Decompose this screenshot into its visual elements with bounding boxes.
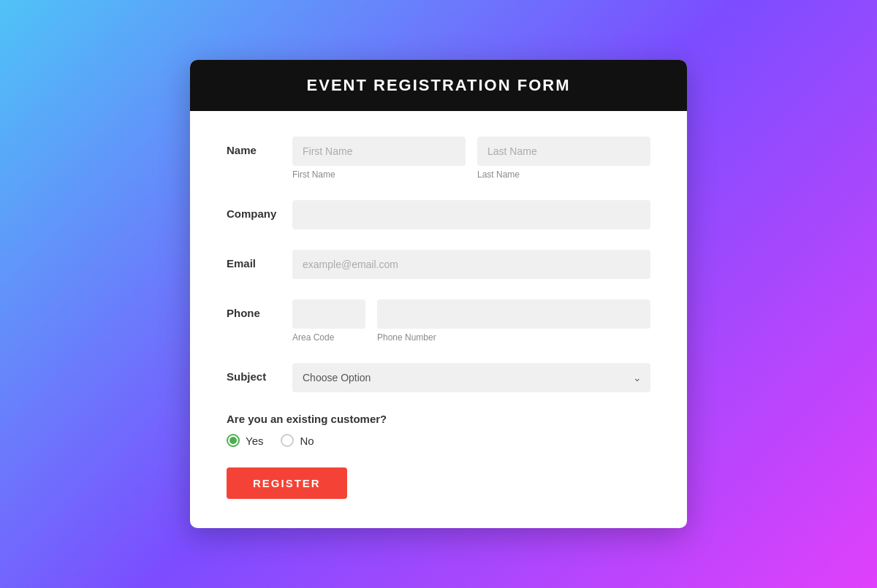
name-label: Name (227, 137, 292, 156)
name-row: Name First Name Last Name (227, 137, 650, 180)
phone-fields: Area Code Phone Number (292, 299, 650, 343)
radio-group: Yes No (227, 434, 650, 447)
last-name-input[interactable] (477, 137, 650, 166)
subject-row: Subject Choose Option General Inquiry Su… (227, 363, 650, 392)
no-option[interactable]: No (281, 434, 314, 447)
subject-label: Subject (227, 363, 292, 383)
email-row: Email (227, 250, 650, 279)
area-code-sub-label: Area Code (292, 332, 365, 343)
email-input[interactable] (292, 250, 650, 279)
no-label: No (300, 435, 314, 447)
company-row: Company (227, 200, 650, 229)
first-name-sub-label: First Name (292, 169, 466, 180)
phone-label: Phone (227, 299, 292, 319)
customer-section: Are you an existing customer? Yes No (227, 413, 650, 447)
yes-option[interactable]: Yes (227, 434, 263, 447)
subject-select-wrapper: Choose Option General Inquiry Support Sa… (292, 363, 650, 392)
company-fields (292, 200, 650, 229)
area-code-group: Area Code (292, 299, 365, 343)
phone-number-sub-label: Phone Number (377, 332, 650, 343)
company-input[interactable] (292, 200, 650, 229)
last-name-sub-label: Last Name (477, 169, 650, 180)
phone-number-group: Phone Number (377, 299, 650, 343)
subject-select[interactable]: Choose Option General Inquiry Support Sa… (292, 363, 650, 392)
form-header: EVENT REGISTRATION FORM (190, 60, 687, 111)
first-name-group: First Name (292, 137, 466, 180)
form-body: Name First Name Last Name Company (190, 111, 687, 528)
name-fields: First Name Last Name (292, 137, 650, 180)
phone-number-input[interactable] (377, 299, 650, 329)
email-label: Email (227, 250, 292, 270)
company-label: Company (227, 200, 292, 220)
last-name-group: Last Name (477, 137, 650, 180)
customer-question: Are you an existing customer? (227, 413, 650, 425)
yes-radio-circle (227, 434, 240, 447)
subject-fields: Choose Option General Inquiry Support Sa… (292, 363, 650, 392)
yes-label: Yes (246, 435, 263, 447)
form-card: EVENT REGISTRATION FORM Name First Name … (190, 60, 687, 528)
email-fields (292, 250, 650, 279)
form-title: EVENT REGISTRATION FORM (212, 76, 665, 95)
no-radio-circle (281, 434, 294, 447)
phone-row: Phone Area Code Phone Number (227, 299, 650, 343)
register-button[interactable]: REGISTER (227, 467, 347, 499)
area-code-input[interactable] (292, 299, 365, 329)
first-name-input[interactable] (292, 137, 466, 166)
